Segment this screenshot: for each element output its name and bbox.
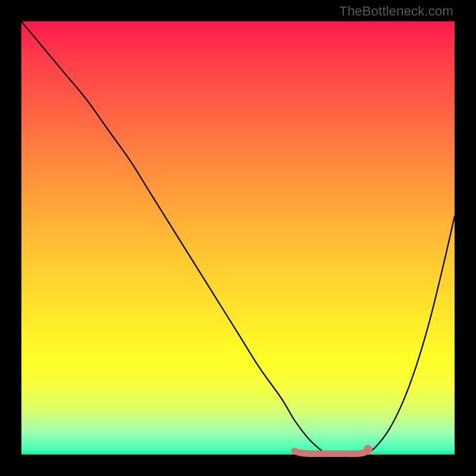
watermark-text: TheBottleneck.com: [339, 4, 453, 19]
bottleneck-curve-path: [21, 21, 455, 454]
chart-svg: [21, 21, 455, 455]
chart-area: [21, 21, 455, 455]
optimal-range-end-dot: [364, 445, 372, 454]
optimal-range-marker-path: [295, 449, 368, 453]
